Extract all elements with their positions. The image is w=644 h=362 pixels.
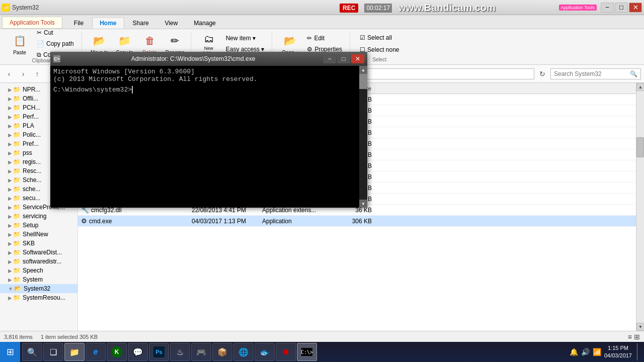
sidebar-item-systemresou[interactable]: ▶📁SystemResou... xyxy=(0,293,77,302)
file-size: 306 KB xyxy=(340,218,375,225)
taskbar-ps[interactable]: Ps xyxy=(149,343,169,361)
taskbar-app2[interactable]: 🎮 xyxy=(191,343,211,361)
cmd-line2: (c) 2013 Microsoft Corporation. All righ… xyxy=(53,75,364,83)
explorer-icon: 📁 xyxy=(2,4,10,12)
file-name: ⚙cmd.exe xyxy=(78,217,189,225)
tab-view[interactable]: View xyxy=(157,17,186,29)
sidebar-item-system[interactable]: ▶📁System xyxy=(0,275,77,284)
taskbar-notification-icon[interactable]: 🔔 xyxy=(570,348,578,356)
cmd-close-button[interactable]: ✕ xyxy=(351,54,364,63)
select-all-button[interactable]: ☑ Select all xyxy=(356,33,403,43)
up-button[interactable]: ↑ xyxy=(31,68,43,80)
app3-icon: 📦 xyxy=(216,346,228,358)
file-date: 04/03/2017 1:13 PM xyxy=(189,218,259,225)
show-desktop-button[interactable] xyxy=(637,343,640,360)
cmd-controls: − □ ✕ xyxy=(323,54,364,63)
tab-application-tools[interactable]: Application Tools xyxy=(2,17,62,29)
cmd-scroll-down[interactable]: ▼ xyxy=(359,200,367,208)
item-count: 3,816 items xyxy=(4,334,33,340)
minimize-button[interactable]: − xyxy=(601,3,614,13)
taskbar-search[interactable]: 🔍 xyxy=(22,343,42,361)
taskbar-clock[interactable]: 1:15 PM 04/03/2017 xyxy=(604,344,632,360)
sidebar-item-setup[interactable]: ▶📁Setup xyxy=(0,221,77,230)
chrome-icon: 🌐 xyxy=(237,346,250,358)
rename-icon: ✏ xyxy=(167,33,183,49)
app2-icon: 🎮 xyxy=(195,346,207,358)
taskbar-ie[interactable]: e xyxy=(86,343,106,361)
cmd-scroll-thumb[interactable] xyxy=(359,74,367,89)
table-row[interactable]: ⚙cmd.exe 04/03/2017 1:13 PM Application … xyxy=(78,216,636,227)
sidebar-item-softwaredist1[interactable]: ▶📁SoftwareDist... xyxy=(0,248,77,257)
cmd-scroll-up[interactable]: ▲ xyxy=(359,66,367,74)
taskbar-explorer[interactable]: 📁 xyxy=(64,343,85,361)
taskbar-steam[interactable]: ♨ xyxy=(170,343,190,361)
edit-button[interactable]: ✏ Edit xyxy=(303,33,346,43)
window-controls: − □ ✕ xyxy=(601,3,642,13)
select-all-icon: ☑ xyxy=(360,34,365,41)
copy-path-icon: 📄 xyxy=(37,40,44,47)
tab-file[interactable]: File xyxy=(66,17,91,29)
app-tools-badge: Application Tools xyxy=(559,5,597,11)
taskbar-app3[interactable]: 📦 xyxy=(212,343,232,361)
taskview-icon: ❑ xyxy=(47,346,59,358)
forward-button[interactable]: › xyxy=(17,68,29,80)
taskbar-kapersky[interactable]: K xyxy=(107,343,127,361)
sidebar-item-shellnew[interactable]: ▶📁ShellNew xyxy=(0,230,77,239)
copy-path-button[interactable]: 📄 Copy path xyxy=(33,39,77,49)
status-right: ≡ ⊞ xyxy=(628,333,640,341)
cmd-prompt: C:\Windows\system32> xyxy=(53,86,364,94)
close-button[interactable]: ✕ xyxy=(629,3,642,13)
sidebar-item-speech[interactable]: ▶📁Speech xyxy=(0,266,77,275)
sidebar-item-system32[interactable]: ▼📂System32 xyxy=(0,284,77,293)
search-icon: 🔍 xyxy=(630,70,637,77)
back-button[interactable]: ‹ xyxy=(3,68,15,80)
view-tiles-icon[interactable]: ⊞ xyxy=(634,333,640,341)
cmd-minimize-button[interactable]: − xyxy=(323,54,336,63)
file-icon: ⚙ xyxy=(81,217,87,225)
sidebar-item-softwaredist2[interactable]: ▶📁softwaredistr... xyxy=(0,257,77,266)
cmd-scroll-track[interactable] xyxy=(359,74,367,200)
start-button[interactable]: ⊞ xyxy=(0,342,20,362)
taskbar-chrome[interactable]: 🌐 xyxy=(233,343,254,361)
clock-time: 1:15 PM xyxy=(604,344,632,352)
maximize-button[interactable]: □ xyxy=(615,3,628,13)
taskbar-cmd[interactable]: C:\> xyxy=(297,343,317,361)
scroll-up-button[interactable]: ▲ xyxy=(636,83,644,91)
paste-button[interactable]: 📋 Paste xyxy=(8,31,31,57)
taskbar-recorder[interactable]: ⏺ xyxy=(276,343,296,361)
cmd-scrollbar: ▲ ▼ xyxy=(359,66,367,208)
new-item-button[interactable]: New item ▾ xyxy=(222,33,268,43)
delete-icon: 🗑 xyxy=(142,33,158,49)
taskbar-app4[interactable]: 🐟 xyxy=(255,343,275,361)
scroll-track[interactable] xyxy=(636,91,644,323)
refresh-button[interactable]: ↻ xyxy=(536,68,548,80)
title-bar: 📁 System32 Application Tools − □ ✕ xyxy=(0,0,644,15)
taskbar-right: 🔔 🔊 📶 1:15 PM 04/03/2017 xyxy=(566,343,644,360)
taskbar-items: 🔍 ❑ 📁 e K 💬 Ps ♨ 🎮 📦 🌐 🐟 ⏺ C:\> xyxy=(20,342,566,362)
taskbar-whatsapp[interactable]: 💬 xyxy=(128,343,148,361)
window-title: System32 xyxy=(12,4,559,11)
search-input[interactable] xyxy=(554,70,630,77)
tab-share[interactable]: Share xyxy=(125,17,156,29)
tab-manage[interactable]: Manage xyxy=(186,17,223,29)
search-tb-icon: 🔍 xyxy=(26,346,38,358)
taskbar-network-icon[interactable]: 📶 xyxy=(593,348,601,356)
cmd-restore-button[interactable]: □ xyxy=(337,54,350,63)
scroll-thumb[interactable] xyxy=(636,137,644,157)
cmd-body[interactable]: Microsoft Windows [Version 6.3.9600] (c)… xyxy=(50,66,367,208)
scroll-down-button[interactable]: ▼ xyxy=(636,323,644,331)
taskbar-taskview[interactable]: ❑ xyxy=(43,343,63,361)
view-details-icon[interactable]: ≡ xyxy=(628,333,632,341)
explorer-tb-icon: 📁 xyxy=(68,346,80,358)
taskbar-volume-icon[interactable]: 🔊 xyxy=(581,348,590,356)
cut-button[interactable]: ✂ Cut xyxy=(33,28,77,38)
cmd-titlebar: C> Administrator: C:\Windows\System32\cm… xyxy=(50,52,367,66)
scrollbar-vertical: ▲ ▼ xyxy=(636,83,644,331)
new-folder-icon: 🗂 xyxy=(201,33,217,45)
ribbon-tabs: Application Tools File Home Share View M… xyxy=(0,15,644,29)
photoshop-icon: Ps xyxy=(153,346,165,357)
tab-home[interactable]: Home xyxy=(92,17,124,29)
taskbar: ⊞ 🔍 ❑ 📁 e K 💬 Ps ♨ 🎮 📦 🌐 🐟 ⏺ C:\> 🔔 🔊 📶 … xyxy=(0,342,644,362)
sidebar-item-skb[interactable]: ▶📁SKB xyxy=(0,239,77,248)
sidebar-item-servicing[interactable]: ▶📁servicing xyxy=(0,212,77,221)
